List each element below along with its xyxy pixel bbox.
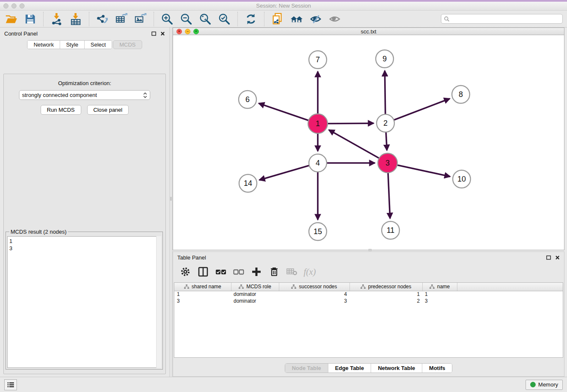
function-builder-icon[interactable]: f(x) (304, 266, 315, 277)
mcds-result-list[interactable]: 1 3 (7, 236, 161, 368)
graph-node-2[interactable]: 2 (377, 114, 394, 132)
graph-node-6[interactable]: 6 (239, 91, 256, 108)
zoom-selected-icon[interactable] (217, 12, 231, 26)
graph-node-8[interactable]: 8 (452, 86, 470, 103)
column-header-predecessor-nodes[interactable]: predecessor nodes (350, 283, 422, 291)
toolbar-separator (237, 12, 238, 26)
export-image-icon[interactable] (134, 12, 147, 26)
gear-icon[interactable] (180, 266, 191, 277)
duplicate-network-icon[interactable] (271, 12, 284, 26)
control-panel-tabs: NetworkStyleSelectMCDS (0, 40, 169, 49)
optimization-criterion-select[interactable]: strongly connected component (19, 90, 150, 100)
zoom-window-button[interactable] (19, 3, 25, 8)
table-row[interactable]: 1dominator411 (174, 291, 563, 298)
network-maximize-button[interactable]: + (193, 29, 199, 34)
float-panel-icon[interactable] (151, 31, 156, 36)
tab-node-table[interactable]: Node Table (285, 364, 328, 373)
save-session-icon[interactable] (23, 12, 37, 26)
status-bar: Memory (0, 377, 567, 392)
zoom-out-icon[interactable] (179, 12, 193, 26)
close-panel-icon[interactable] (555, 255, 560, 260)
svg-text:2: 2 (383, 119, 388, 127)
run-mcds-button[interactable]: Run MCDS (41, 105, 81, 115)
apply-layout-icon[interactable] (244, 12, 258, 26)
task-history-button[interactable] (4, 379, 17, 390)
graph-node-4[interactable]: 4 (309, 154, 327, 172)
mcds-panel: Optimization criterion: strongly connect… (3, 74, 166, 374)
result-scrollbar[interactable] (156, 236, 161, 368)
column-header-MCDS-role[interactable]: MCDS role (231, 283, 279, 291)
search-input[interactable] (451, 16, 560, 22)
edge-2-8[interactable] (385, 99, 450, 123)
pane-splitter-grip[interactable] (369, 249, 372, 251)
close-panel-icon[interactable] (160, 31, 165, 36)
graph-node-11[interactable]: 11 (382, 221, 399, 239)
tab-motifs[interactable]: Motifs (422, 364, 452, 373)
graph-node-1[interactable]: 1 (308, 114, 328, 133)
svg-text:10: 10 (457, 175, 466, 183)
zoom-fit-icon[interactable] (198, 12, 212, 26)
toolbar-separator (154, 12, 154, 26)
table-row[interactable]: 3dominator323 (174, 298, 563, 304)
delete-column-icon[interactable] (269, 266, 280, 277)
divider-grip[interactable] (170, 197, 172, 201)
network-close-button[interactable]: × (176, 29, 182, 34)
toolbar-separator (43, 12, 44, 26)
select-all-icon[interactable] (215, 266, 226, 277)
tab-mcds[interactable]: MCDS (113, 40, 142, 49)
import-table-icon[interactable] (69, 12, 83, 26)
column-header-successor-nodes[interactable]: successor nodes (279, 283, 350, 291)
graph-node-14[interactable]: 14 (239, 174, 257, 192)
column-header-shared-name[interactable]: shared name (174, 283, 231, 291)
tab-select[interactable]: Select (85, 41, 112, 49)
show-all-networks-icon[interactable] (290, 12, 303, 26)
window-controls[interactable] (3, 3, 25, 8)
network-canvas[interactable]: 7968124314101511 (173, 35, 564, 250)
optimization-criterion-label: Optimization criterion: (4, 80, 165, 86)
column-header-name[interactable]: name (422, 283, 457, 291)
tab-network-table[interactable]: Network Table (371, 364, 422, 373)
tab-style[interactable]: Style (60, 41, 85, 49)
delete-table-icon[interactable] (286, 266, 297, 277)
control-panel: Control Panel NetworkStyleSelectMCDS Opt… (0, 28, 169, 377)
mcds-result-group: MCDS result (2 nodes) 1 3 (6, 232, 163, 370)
deselect-all-icon[interactable] (233, 266, 244, 277)
import-network-icon[interactable] (50, 12, 63, 26)
hide-graphics-details-icon[interactable] (309, 12, 322, 26)
add-column-icon[interactable] (251, 266, 262, 277)
tab-network[interactable]: Network (28, 41, 60, 49)
tab-edge-table[interactable]: Edge Table (328, 364, 371, 373)
svg-text:4: 4 (316, 159, 320, 167)
graph-node-15[interactable]: 15 (309, 223, 327, 240)
panel-divider[interactable] (169, 28, 173, 377)
close-window-button[interactable] (3, 3, 8, 8)
network-minimize-button[interactable]: – (185, 29, 190, 34)
close-panel-button[interactable]: Close panel (87, 105, 129, 115)
search-box[interactable] (441, 14, 563, 24)
node-table[interactable]: shared nameMCDS rolesuccessor nodesprede… (174, 282, 563, 358)
selected-criterion: strongly connected component (22, 92, 143, 98)
svg-text:6: 6 (245, 95, 250, 104)
chevron-up-down-icon (143, 92, 147, 99)
toolbar-separator (264, 12, 264, 26)
network-window-title: scc.txt (173, 28, 564, 35)
columns-icon[interactable] (198, 266, 209, 277)
network-window: × – + scc.txt 7968124314101511 (173, 28, 564, 250)
float-panel-icon[interactable] (546, 255, 551, 260)
zoom-in-icon[interactable] (160, 12, 174, 26)
open-file-icon[interactable] (4, 12, 18, 26)
toolbar-separator (89, 12, 89, 26)
export-network-icon[interactable] (96, 12, 109, 26)
minimize-window-button[interactable] (11, 3, 17, 8)
graph-node-10[interactable]: 10 (453, 170, 471, 188)
svg-text:1: 1 (316, 119, 320, 128)
svg-text:9: 9 (383, 55, 387, 63)
graph-node-7[interactable]: 7 (309, 51, 327, 69)
graph-node-9[interactable]: 9 (376, 50, 394, 68)
svg-text:15: 15 (314, 227, 322, 236)
memory-button[interactable]: Memory (526, 380, 563, 390)
show-graphics-details-icon[interactable] (328, 12, 341, 26)
graph-node-3[interactable]: 3 (378, 153, 397, 173)
export-table-icon[interactable] (115, 12, 128, 26)
window-title: Session: New Session (0, 2, 567, 10)
